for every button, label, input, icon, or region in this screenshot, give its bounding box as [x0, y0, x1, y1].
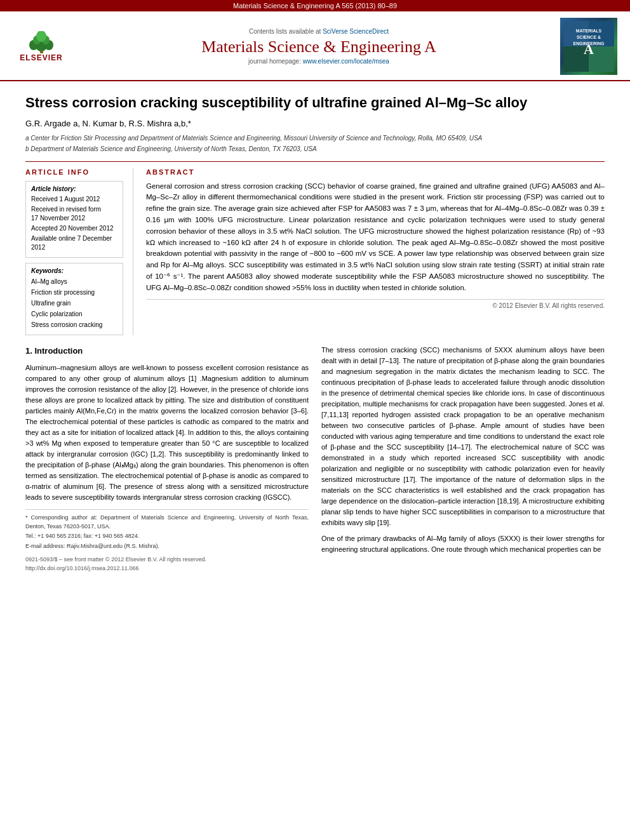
article-info-heading: ARTICLE INFO — [25, 168, 123, 176]
intro-text-left: Aluminum–magnesium alloys are well-known… — [25, 363, 309, 503]
article-info-panel: ARTICLE INFO Article history: Received 1… — [25, 168, 133, 335]
revised-date: Received in revised form17 November 2012 — [31, 205, 117, 223]
keywords-box: Keywords: Al–Mg alloys Friction stir pro… — [25, 263, 123, 335]
keywords-label: Keywords: — [31, 267, 117, 274]
sciverse-link[interactable]: SciVerse ScienceDirect — [323, 28, 389, 35]
journal-citation: Materials Science & Engineering A 565 (2… — [233, 2, 397, 10]
issn-line: 0921-5093/$ – see front matter © 2012 El… — [25, 556, 309, 573]
footnote-section: * Corresponding author at: Department of… — [25, 509, 309, 550]
intro-text-right: The stress corrosion cracking (SCC) mech… — [321, 345, 605, 556]
keyword-3: Ultrafine grain — [31, 298, 117, 308]
authors-line: G.R. Argade a, N. Kumar b, R.S. Mishra a… — [25, 119, 605, 128]
article-history-box: Article history: Received 1 August 2012 … — [25, 181, 123, 258]
header-left: ELSEVIER Contents lists available at Sci… — [13, 28, 560, 65]
accepted-date: Accepted 20 November 2012 — [31, 224, 117, 233]
keyword-2: Friction stir processing — [31, 288, 117, 297]
badge-image: MATERIALS SCIENCE & ENGINEERING A — [563, 21, 614, 72]
page-container: Materials Science & Engineering A 565 (2… — [0, 0, 630, 840]
keyword-4: Cyclic polarization — [31, 309, 117, 319]
body-two-col: 1. Introduction Aluminum–magnesium alloy… — [25, 345, 605, 574]
copyright-line: © 2012 Elsevier B.V. All rights reserved… — [146, 299, 605, 309]
svg-text:A: A — [584, 41, 594, 57]
article-info-abstract: ARTICLE INFO Article history: Received 1… — [25, 161, 605, 335]
intro-heading: 1. Introduction — [25, 345, 309, 357]
header-section: ELSEVIER Contents lists available at Sci… — [0, 11, 630, 81]
corresponding-footnote: * Corresponding author at: Department of… — [25, 514, 309, 531]
elsevier-label: ELSEVIER — [20, 53, 62, 62]
paper-title: Stress corrosion cracking susceptibility… — [25, 94, 605, 112]
affiliation-b: b Department of Materials Science and En… — [25, 144, 605, 154]
email-footnote: E-mail address: Rajiv.Mishra@unt.edu (R.… — [25, 542, 309, 551]
body-col-right: The stress corrosion cracking (SCC) mech… — [321, 345, 605, 574]
tel-footnote: Tel.: +1 940 565 2316; fax: +1 940 565 4… — [25, 532, 309, 541]
history-label: Article history: — [31, 185, 117, 192]
main-content: Stress corrosion cracking susceptibility… — [0, 81, 630, 586]
abstract-text: General corrosion and stress corrosion c… — [146, 181, 605, 294]
svg-text:SCIENCE &: SCIENCE & — [577, 35, 601, 39]
body-col-left: 1. Introduction Aluminum–magnesium alloy… — [25, 345, 309, 574]
header-center: Contents lists available at SciVerse Sci… — [77, 28, 560, 65]
journal-badge: MATERIALS SCIENCE & ENGINEERING A — [560, 18, 617, 75]
affiliation-a: a Center for Friction Stir Processing an… — [25, 133, 605, 143]
abstract-heading: ABSTRACT — [146, 168, 605, 176]
svg-text:MATERIALS: MATERIALS — [576, 29, 602, 33]
contents-line: Contents lists available at SciVerse Sci… — [77, 28, 560, 35]
received-date: Received 1 August 2012 — [31, 195, 117, 204]
keyword-5: Stress corrosion cracking — [31, 320, 117, 330]
keyword-1: Al–Mg alloys — [31, 277, 117, 286]
journal-title: Materials Science & Engineering A — [77, 37, 560, 57]
journal-bar: Materials Science & Engineering A 565 (2… — [0, 0, 630, 11]
elsevier-tree-icon — [24, 31, 59, 53]
journal-homepage: journal homepage: www.elsevier.com/locat… — [77, 58, 560, 65]
elsevier-logo: ELSEVIER — [13, 29, 70, 64]
abstract-section: ABSTRACT General corrosion and stress co… — [146, 168, 605, 335]
homepage-link[interactable]: www.elsevier.com/locate/msea — [303, 58, 389, 65]
affiliations: a Center for Friction Stir Processing an… — [25, 133, 605, 154]
available-date: Available online 7 December 2012 — [31, 234, 117, 252]
